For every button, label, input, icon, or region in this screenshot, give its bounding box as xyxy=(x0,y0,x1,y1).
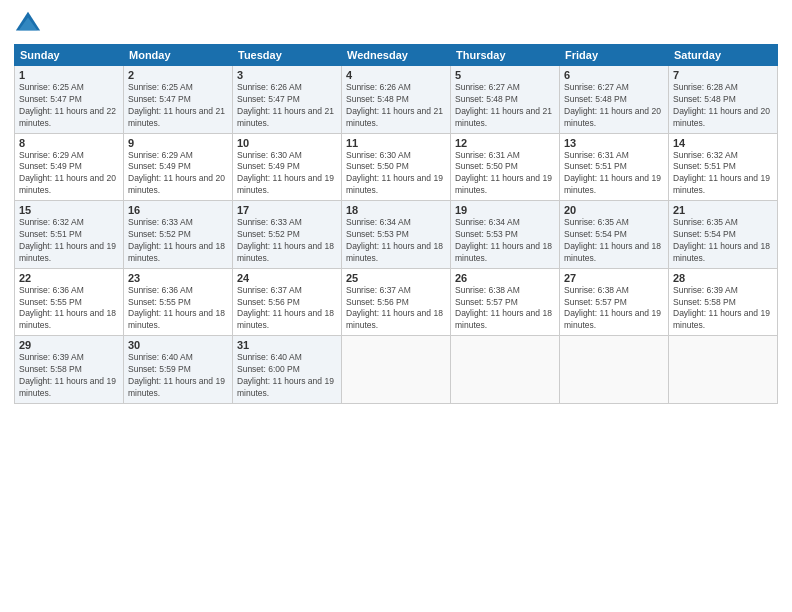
header xyxy=(14,10,778,38)
day-info: Sunrise: 6:31 AMSunset: 5:51 PMDaylight:… xyxy=(564,150,664,198)
calendar-cell: 25Sunrise: 6:37 AMSunset: 5:56 PMDayligh… xyxy=(342,268,451,336)
day-info: Sunrise: 6:29 AMSunset: 5:49 PMDaylight:… xyxy=(128,150,228,198)
day-number: 11 xyxy=(346,137,446,149)
calendar: SundayMondayTuesdayWednesdayThursdayFrid… xyxy=(14,44,778,404)
calendar-cell: 4Sunrise: 6:26 AMSunset: 5:48 PMDaylight… xyxy=(342,66,451,134)
calendar-cell: 22Sunrise: 6:36 AMSunset: 5:55 PMDayligh… xyxy=(15,268,124,336)
day-info: Sunrise: 6:26 AMSunset: 5:48 PMDaylight:… xyxy=(346,82,446,130)
weekday-header: Sunday xyxy=(15,45,124,66)
day-number: 21 xyxy=(673,204,773,216)
page: SundayMondayTuesdayWednesdayThursdayFrid… xyxy=(0,0,792,612)
day-info: Sunrise: 6:30 AMSunset: 5:50 PMDaylight:… xyxy=(346,150,446,198)
weekday-header: Monday xyxy=(124,45,233,66)
day-number: 2 xyxy=(128,69,228,81)
day-number: 26 xyxy=(455,272,555,284)
calendar-cell: 28Sunrise: 6:39 AMSunset: 5:58 PMDayligh… xyxy=(669,268,778,336)
calendar-cell xyxy=(560,336,669,404)
day-number: 7 xyxy=(673,69,773,81)
day-info: Sunrise: 6:32 AMSunset: 5:51 PMDaylight:… xyxy=(19,217,119,265)
weekday-header-row: SundayMondayTuesdayWednesdayThursdayFrid… xyxy=(15,45,778,66)
calendar-cell: 18Sunrise: 6:34 AMSunset: 5:53 PMDayligh… xyxy=(342,201,451,269)
weekday-header: Thursday xyxy=(451,45,560,66)
day-number: 14 xyxy=(673,137,773,149)
day-info: Sunrise: 6:30 AMSunset: 5:49 PMDaylight:… xyxy=(237,150,337,198)
calendar-cell: 10Sunrise: 6:30 AMSunset: 5:49 PMDayligh… xyxy=(233,133,342,201)
calendar-cell: 3Sunrise: 6:26 AMSunset: 5:47 PMDaylight… xyxy=(233,66,342,134)
day-number: 1 xyxy=(19,69,119,81)
calendar-cell: 20Sunrise: 6:35 AMSunset: 5:54 PMDayligh… xyxy=(560,201,669,269)
calendar-cell: 26Sunrise: 6:38 AMSunset: 5:57 PMDayligh… xyxy=(451,268,560,336)
calendar-cell: 12Sunrise: 6:31 AMSunset: 5:50 PMDayligh… xyxy=(451,133,560,201)
day-info: Sunrise: 6:28 AMSunset: 5:48 PMDaylight:… xyxy=(673,82,773,130)
day-info: Sunrise: 6:40 AMSunset: 5:59 PMDaylight:… xyxy=(128,352,228,400)
weekday-header: Wednesday xyxy=(342,45,451,66)
day-info: Sunrise: 6:39 AMSunset: 5:58 PMDaylight:… xyxy=(19,352,119,400)
day-number: 13 xyxy=(564,137,664,149)
calendar-cell: 29Sunrise: 6:39 AMSunset: 5:58 PMDayligh… xyxy=(15,336,124,404)
day-number: 18 xyxy=(346,204,446,216)
calendar-cell: 2Sunrise: 6:25 AMSunset: 5:47 PMDaylight… xyxy=(124,66,233,134)
calendar-cell: 17Sunrise: 6:33 AMSunset: 5:52 PMDayligh… xyxy=(233,201,342,269)
logo xyxy=(14,10,46,38)
day-number: 6 xyxy=(564,69,664,81)
calendar-week-row: 29Sunrise: 6:39 AMSunset: 5:58 PMDayligh… xyxy=(15,336,778,404)
day-number: 30 xyxy=(128,339,228,351)
day-info: Sunrise: 6:39 AMSunset: 5:58 PMDaylight:… xyxy=(673,285,773,333)
day-info: Sunrise: 6:34 AMSunset: 5:53 PMDaylight:… xyxy=(346,217,446,265)
day-info: Sunrise: 6:37 AMSunset: 5:56 PMDaylight:… xyxy=(237,285,337,333)
calendar-cell: 31Sunrise: 6:40 AMSunset: 6:00 PMDayligh… xyxy=(233,336,342,404)
calendar-cell: 9Sunrise: 6:29 AMSunset: 5:49 PMDaylight… xyxy=(124,133,233,201)
day-info: Sunrise: 6:34 AMSunset: 5:53 PMDaylight:… xyxy=(455,217,555,265)
day-number: 20 xyxy=(564,204,664,216)
calendar-cell: 7Sunrise: 6:28 AMSunset: 5:48 PMDaylight… xyxy=(669,66,778,134)
day-info: Sunrise: 6:25 AMSunset: 5:47 PMDaylight:… xyxy=(128,82,228,130)
day-number: 28 xyxy=(673,272,773,284)
calendar-cell: 27Sunrise: 6:38 AMSunset: 5:57 PMDayligh… xyxy=(560,268,669,336)
calendar-cell: 8Sunrise: 6:29 AMSunset: 5:49 PMDaylight… xyxy=(15,133,124,201)
day-number: 22 xyxy=(19,272,119,284)
calendar-cell: 24Sunrise: 6:37 AMSunset: 5:56 PMDayligh… xyxy=(233,268,342,336)
calendar-cell: 14Sunrise: 6:32 AMSunset: 5:51 PMDayligh… xyxy=(669,133,778,201)
weekday-header: Saturday xyxy=(669,45,778,66)
calendar-cell: 13Sunrise: 6:31 AMSunset: 5:51 PMDayligh… xyxy=(560,133,669,201)
calendar-cell: 23Sunrise: 6:36 AMSunset: 5:55 PMDayligh… xyxy=(124,268,233,336)
calendar-cell: 6Sunrise: 6:27 AMSunset: 5:48 PMDaylight… xyxy=(560,66,669,134)
day-info: Sunrise: 6:38 AMSunset: 5:57 PMDaylight:… xyxy=(564,285,664,333)
day-number: 25 xyxy=(346,272,446,284)
day-number: 4 xyxy=(346,69,446,81)
calendar-cell: 5Sunrise: 6:27 AMSunset: 5:48 PMDaylight… xyxy=(451,66,560,134)
day-info: Sunrise: 6:35 AMSunset: 5:54 PMDaylight:… xyxy=(564,217,664,265)
day-number: 3 xyxy=(237,69,337,81)
day-number: 24 xyxy=(237,272,337,284)
day-number: 19 xyxy=(455,204,555,216)
day-number: 5 xyxy=(455,69,555,81)
day-number: 8 xyxy=(19,137,119,149)
calendar-week-row: 8Sunrise: 6:29 AMSunset: 5:49 PMDaylight… xyxy=(15,133,778,201)
weekday-header: Friday xyxy=(560,45,669,66)
day-info: Sunrise: 6:38 AMSunset: 5:57 PMDaylight:… xyxy=(455,285,555,333)
day-info: Sunrise: 6:33 AMSunset: 5:52 PMDaylight:… xyxy=(128,217,228,265)
calendar-week-row: 15Sunrise: 6:32 AMSunset: 5:51 PMDayligh… xyxy=(15,201,778,269)
day-number: 17 xyxy=(237,204,337,216)
day-number: 27 xyxy=(564,272,664,284)
day-number: 10 xyxy=(237,137,337,149)
day-number: 29 xyxy=(19,339,119,351)
day-info: Sunrise: 6:27 AMSunset: 5:48 PMDaylight:… xyxy=(455,82,555,130)
calendar-cell: 16Sunrise: 6:33 AMSunset: 5:52 PMDayligh… xyxy=(124,201,233,269)
day-info: Sunrise: 6:31 AMSunset: 5:50 PMDaylight:… xyxy=(455,150,555,198)
day-info: Sunrise: 6:35 AMSunset: 5:54 PMDaylight:… xyxy=(673,217,773,265)
day-info: Sunrise: 6:29 AMSunset: 5:49 PMDaylight:… xyxy=(19,150,119,198)
day-info: Sunrise: 6:33 AMSunset: 5:52 PMDaylight:… xyxy=(237,217,337,265)
calendar-cell xyxy=(669,336,778,404)
calendar-week-row: 22Sunrise: 6:36 AMSunset: 5:55 PMDayligh… xyxy=(15,268,778,336)
calendar-cell: 19Sunrise: 6:34 AMSunset: 5:53 PMDayligh… xyxy=(451,201,560,269)
calendar-cell: 11Sunrise: 6:30 AMSunset: 5:50 PMDayligh… xyxy=(342,133,451,201)
day-number: 12 xyxy=(455,137,555,149)
day-info: Sunrise: 6:37 AMSunset: 5:56 PMDaylight:… xyxy=(346,285,446,333)
calendar-cell: 30Sunrise: 6:40 AMSunset: 5:59 PMDayligh… xyxy=(124,336,233,404)
day-number: 31 xyxy=(237,339,337,351)
calendar-cell xyxy=(342,336,451,404)
weekday-header: Tuesday xyxy=(233,45,342,66)
day-info: Sunrise: 6:36 AMSunset: 5:55 PMDaylight:… xyxy=(19,285,119,333)
logo-icon xyxy=(14,10,42,38)
